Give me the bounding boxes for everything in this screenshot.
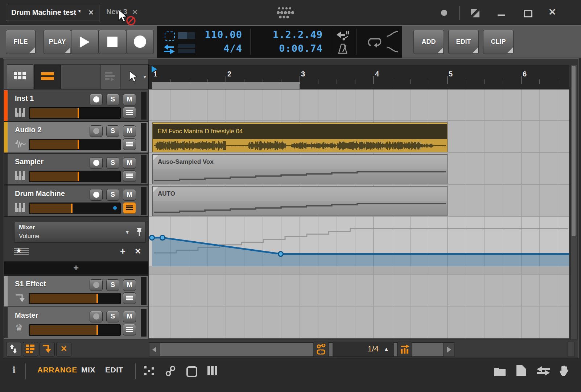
track-name[interactable]: Drum Machine xyxy=(15,189,65,198)
track-name[interactable]: S1 Effect xyxy=(15,280,46,288)
visible-range-bar[interactable] xyxy=(152,82,300,89)
follow-automation-button[interactable] xyxy=(40,342,55,356)
clear-automation-button[interactable]: ✕ xyxy=(56,342,71,356)
record-arm-button[interactable] xyxy=(90,279,103,291)
close-automation-button[interactable]: ✕ xyxy=(135,247,141,256)
track-menu-button[interactable] xyxy=(123,170,136,182)
note-clip[interactable]: AUTO xyxy=(152,186,448,216)
hand-tool-icon[interactable] xyxy=(559,365,569,376)
time-display[interactable]: 0:00.74 xyxy=(254,43,323,54)
clip-menu-button[interactable]: CLIP xyxy=(483,30,514,54)
track-menu-button[interactable] xyxy=(123,292,136,304)
position-display[interactable]: 1.2.2.49 xyxy=(254,29,323,40)
track-row[interactable]: Master S M ♛ xyxy=(4,307,148,339)
track-name[interactable]: Master xyxy=(15,311,38,320)
close-window-icon[interactable]: ✕ xyxy=(548,7,556,18)
auto-zoom-button[interactable] xyxy=(397,342,412,357)
arrangement-area[interactable]: 1 2 3 4 5 6 xyxy=(149,65,569,339)
io-routing-icon[interactable] xyxy=(537,366,550,376)
mixer-view-toggle[interactable] xyxy=(7,64,33,89)
fullscreen-icon[interactable] xyxy=(470,8,480,18)
dot-indicator-icon[interactable] xyxy=(441,10,447,16)
maximize-icon[interactable] xyxy=(524,10,532,17)
record-arm-button[interactable] xyxy=(90,157,103,169)
project-tab-active[interactable]: Drum Machine test * ✕ xyxy=(6,5,99,21)
time-signature-display[interactable]: 4/4 xyxy=(200,43,242,54)
tab-close-icon[interactable]: ✕ xyxy=(88,8,94,17)
volume-fader[interactable] xyxy=(29,324,121,336)
pointer-tool-button[interactable]: ▾ xyxy=(120,64,149,89)
link-zoom-button[interactable] xyxy=(313,342,329,357)
swap-tracks-button[interactable] xyxy=(6,342,21,356)
track-name[interactable]: Audio 2 xyxy=(15,126,41,134)
lane-master[interactable] xyxy=(149,306,569,338)
loop-icon[interactable] xyxy=(366,36,382,49)
single-panel-icon[interactable] xyxy=(186,366,197,377)
edit-menu-button[interactable]: EDIT xyxy=(448,30,479,54)
timeline-ruler[interactable]: 1 2 3 4 5 6 xyxy=(149,65,569,89)
browser-folder-icon[interactable] xyxy=(494,366,506,376)
automation-list-button[interactable] xyxy=(23,342,38,356)
track-menu-button[interactable] xyxy=(123,138,136,150)
follow-playback-button[interactable] xyxy=(100,64,120,89)
scroll-right-button[interactable] xyxy=(444,343,454,356)
mute-button[interactable]: M xyxy=(123,311,136,322)
scroll-left-button[interactable] xyxy=(149,343,160,356)
link-panel-icon[interactable] xyxy=(165,366,176,376)
volume-fader[interactable] xyxy=(29,203,121,214)
view-tab-mix[interactable]: MIX xyxy=(81,366,95,374)
mute-button[interactable]: M xyxy=(123,94,136,105)
track-row[interactable]: Sampler S M xyxy=(4,154,148,184)
volume-fader[interactable] xyxy=(29,107,121,119)
automation-favorites-icon[interactable]: ★ xyxy=(14,247,29,256)
mute-button[interactable]: M xyxy=(123,189,136,201)
mute-button[interactable]: M xyxy=(123,279,136,291)
play-menu-button[interactable]: PLAY xyxy=(44,30,71,54)
volume-fader[interactable] xyxy=(29,171,121,182)
info-icon[interactable]: i xyxy=(12,365,16,375)
track-row[interactable]: Audio 2 S M xyxy=(4,122,148,153)
columns-panel-icon[interactable] xyxy=(207,366,218,375)
automation-param-dropdown[interactable]: Mixer Volume ▾ xyxy=(14,222,133,243)
view-tab-edit[interactable]: EDIT xyxy=(105,366,123,374)
add-menu-button[interactable]: ADD xyxy=(413,30,444,54)
track-row[interactable]: S1 Effect S M xyxy=(4,276,148,306)
lane-inst1[interactable] xyxy=(149,89,569,121)
track-menu-button-active[interactable] xyxy=(123,202,136,214)
automation-curve[interactable] xyxy=(149,217,569,275)
playhead-marker[interactable] xyxy=(151,66,158,74)
solo-button[interactable]: S xyxy=(106,157,119,169)
tempo-display[interactable]: 110.00 xyxy=(200,29,242,40)
record-arm-button[interactable] xyxy=(90,125,103,137)
record-arm-button[interactable] xyxy=(90,311,103,322)
track-row[interactable]: Inst 1 S M xyxy=(4,90,148,121)
minimize-icon[interactable] xyxy=(498,14,505,16)
vertical-scrollbar[interactable] xyxy=(570,65,577,340)
solo-button[interactable]: S xyxy=(106,125,119,137)
solo-button[interactable]: S xyxy=(106,279,119,291)
track-lanes[interactable]: EM Fvoc Mantra D freestyle 04 Auso-Sampl… xyxy=(149,89,569,339)
grid-resolution-control[interactable]: 1/4 ▲ xyxy=(333,342,394,357)
volume-fader[interactable] xyxy=(29,293,121,304)
add-track-row[interactable]: + xyxy=(4,262,148,274)
lane-s1-effect[interactable] xyxy=(149,275,569,306)
track-name[interactable]: Sampler xyxy=(15,158,44,166)
solo-button[interactable]: S xyxy=(106,189,119,201)
vertical-scrollbar-thumb[interactable] xyxy=(572,66,576,236)
dither-panel-icon[interactable] xyxy=(144,366,154,376)
track-menu-button[interactable] xyxy=(123,107,136,118)
solo-button[interactable]: S xyxy=(106,94,119,105)
play-button[interactable] xyxy=(71,30,99,54)
file-menu-button[interactable]: FILE xyxy=(6,30,36,54)
arranger-view-toggle[interactable] xyxy=(34,64,61,89)
fade-curve-top-icon[interactable] xyxy=(386,30,399,38)
record-arm-button[interactable] xyxy=(90,94,103,105)
stop-button[interactable] xyxy=(99,30,126,54)
view-tab-arrange[interactable]: ARRANGE xyxy=(37,366,77,374)
record-button[interactable] xyxy=(126,30,154,54)
mute-button[interactable]: M xyxy=(123,157,136,169)
add-automation-lane-button[interactable]: + xyxy=(120,246,125,257)
fade-curve-bottom-icon[interactable] xyxy=(386,45,399,53)
volume-fader[interactable] xyxy=(29,139,121,150)
file-icon[interactable] xyxy=(516,365,526,376)
